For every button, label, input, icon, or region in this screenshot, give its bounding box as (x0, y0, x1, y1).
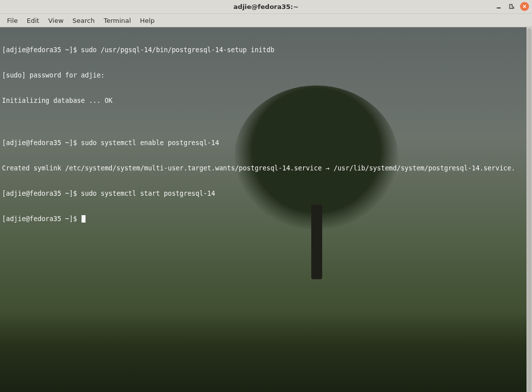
window-controls (494, 2, 529, 11)
menu-view[interactable]: View (44, 15, 68, 26)
menu-file[interactable]: File (3, 15, 22, 26)
terminal-output[interactable]: [adjie@fedora35 ~]$ sudo /usr/pgsql-14/b… (0, 27, 532, 392)
terminal-cursor (82, 215, 86, 223)
menu-terminal[interactable]: Terminal (99, 15, 135, 26)
terminal-line: [adjie@fedora35 ~]$ sudo systemctl start… (2, 189, 530, 198)
terminal-line: Initializing database ... OK (2, 96, 530, 105)
terminal-prompt-text: [adjie@fedora35 ~]$ (2, 215, 81, 223)
scrollbar-thumb[interactable] (527, 28, 532, 392)
terminal-area[interactable]: [adjie@fedora35 ~]$ sudo /usr/pgsql-14/b… (0, 27, 532, 392)
terminal-line: [sudo] password for adjie: (2, 71, 530, 79)
terminal-prompt-line: [adjie@fedora35 ~]$ (2, 215, 530, 223)
close-button[interactable] (520, 2, 529, 11)
minimize-icon (496, 4, 501, 9)
maximize-button[interactable] (507, 2, 516, 11)
menubar: File Edit View Search Terminal Help (0, 14, 532, 27)
terminal-line: [adjie@fedora35 ~]$ sudo /usr/pgsql-14/b… (2, 46, 530, 54)
terminal-line: Created symlink /etc/systemd/system/mult… (2, 164, 530, 172)
close-icon (522, 4, 527, 9)
minimize-button[interactable] (494, 2, 503, 11)
svg-rect-0 (497, 7, 501, 8)
scrollbar[interactable] (527, 27, 532, 392)
window-title: adjie@fedora35:~ (234, 3, 299, 10)
maximize-icon (509, 4, 514, 9)
menu-edit[interactable]: Edit (23, 15, 43, 26)
svg-marker-1 (510, 4, 514, 8)
menu-search[interactable]: Search (69, 15, 99, 26)
menu-help[interactable]: Help (136, 15, 159, 26)
terminal-line: [adjie@fedora35 ~]$ sudo systemctl enabl… (2, 139, 530, 147)
terminal-window: adjie@fedora35:~ File Edit View Search T… (0, 0, 532, 392)
titlebar[interactable]: adjie@fedora35:~ (0, 0, 532, 14)
